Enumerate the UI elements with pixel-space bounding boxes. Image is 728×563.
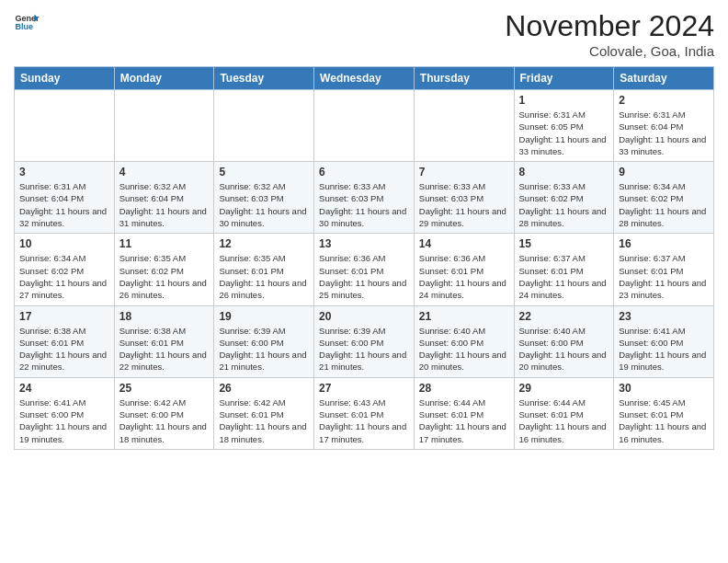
day-info: Sunrise: 6:34 AM Sunset: 6:02 PM Dayligh… xyxy=(19,252,109,301)
calendar-week-row: 24Sunrise: 6:41 AM Sunset: 6:00 PM Dayli… xyxy=(15,377,714,449)
day-info: Sunrise: 6:37 AM Sunset: 6:01 PM Dayligh… xyxy=(519,252,609,301)
day-info: Sunrise: 6:38 AM Sunset: 6:01 PM Dayligh… xyxy=(19,325,109,373)
day-number: 5 xyxy=(219,166,309,178)
calendar-day-cell: 22Sunrise: 6:40 AM Sunset: 6:00 PM Dayli… xyxy=(514,305,614,377)
calendar-day-cell: 23Sunrise: 6:41 AM Sunset: 6:00 PM Dayli… xyxy=(614,305,714,377)
calendar-day-cell: 5Sunrise: 6:32 AM Sunset: 6:03 PM Daylig… xyxy=(214,162,314,234)
logo: General Blue xyxy=(14,9,40,35)
calendar-day-cell xyxy=(15,90,115,162)
day-number: 30 xyxy=(619,382,709,395)
svg-text:Blue: Blue xyxy=(15,22,33,31)
day-info: Sunrise: 6:44 AM Sunset: 6:01 PM Dayligh… xyxy=(419,396,509,445)
calendar-day-cell: 19Sunrise: 6:39 AM Sunset: 6:00 PM Dayli… xyxy=(214,305,314,377)
calendar-day-cell: 3Sunrise: 6:31 AM Sunset: 6:04 PM Daylig… xyxy=(15,162,115,234)
day-number: 16 xyxy=(619,237,709,250)
calendar-header-row: SundayMondayTuesdayWednesdayThursdayFrid… xyxy=(15,67,714,90)
calendar-day-cell: 6Sunrise: 6:33 AM Sunset: 6:03 PM Daylig… xyxy=(314,162,415,234)
weekday-header: Thursday xyxy=(414,67,514,90)
day-number: 29 xyxy=(519,382,609,395)
calendar-day-cell: 27Sunrise: 6:43 AM Sunset: 6:01 PM Dayli… xyxy=(314,377,415,449)
day-info: Sunrise: 6:33 AM Sunset: 6:03 PM Dayligh… xyxy=(319,180,409,229)
day-info: Sunrise: 6:40 AM Sunset: 6:00 PM Dayligh… xyxy=(419,325,509,373)
calendar-day-cell: 21Sunrise: 6:40 AM Sunset: 6:00 PM Dayli… xyxy=(414,305,514,377)
calendar-day-cell: 8Sunrise: 6:33 AM Sunset: 6:02 PM Daylig… xyxy=(514,162,614,234)
day-info: Sunrise: 6:39 AM Sunset: 6:00 PM Dayligh… xyxy=(319,325,409,373)
day-info: Sunrise: 6:32 AM Sunset: 6:04 PM Dayligh… xyxy=(119,180,210,229)
calendar-day-cell xyxy=(314,90,415,162)
day-info: Sunrise: 6:40 AM Sunset: 6:00 PM Dayligh… xyxy=(519,325,609,373)
day-number: 13 xyxy=(319,237,409,250)
calendar-day-cell: 12Sunrise: 6:35 AM Sunset: 6:01 PM Dayli… xyxy=(214,234,314,305)
day-number: 27 xyxy=(319,382,409,395)
calendar-week-row: 17Sunrise: 6:38 AM Sunset: 6:01 PM Dayli… xyxy=(15,305,714,377)
day-info: Sunrise: 6:43 AM Sunset: 6:01 PM Dayligh… xyxy=(319,396,409,445)
day-info: Sunrise: 6:37 AM Sunset: 6:01 PM Dayligh… xyxy=(619,252,709,301)
day-number: 20 xyxy=(319,310,409,323)
day-number: 25 xyxy=(119,382,210,395)
day-info: Sunrise: 6:42 AM Sunset: 6:00 PM Dayligh… xyxy=(119,396,210,445)
day-info: Sunrise: 6:36 AM Sunset: 6:01 PM Dayligh… xyxy=(319,252,409,301)
day-number: 9 xyxy=(619,166,709,178)
day-info: Sunrise: 6:45 AM Sunset: 6:01 PM Dayligh… xyxy=(619,396,709,445)
weekday-header: Wednesday xyxy=(314,67,415,90)
month-title: November 2024 xyxy=(505,9,714,43)
calendar-day-cell: 30Sunrise: 6:45 AM Sunset: 6:01 PM Dayli… xyxy=(614,377,714,449)
calendar-day-cell: 1Sunrise: 6:31 AM Sunset: 6:05 PM Daylig… xyxy=(514,90,614,162)
day-info: Sunrise: 6:39 AM Sunset: 6:00 PM Dayligh… xyxy=(219,325,309,373)
calendar-day-cell: 28Sunrise: 6:44 AM Sunset: 6:01 PM Dayli… xyxy=(414,377,514,449)
day-info: Sunrise: 6:31 AM Sunset: 6:04 PM Dayligh… xyxy=(19,180,109,229)
day-number: 17 xyxy=(19,310,109,323)
day-info: Sunrise: 6:31 AM Sunset: 6:05 PM Dayligh… xyxy=(519,109,609,157)
location: Colovale, Goa, India xyxy=(505,43,714,59)
day-info: Sunrise: 6:36 AM Sunset: 6:01 PM Dayligh… xyxy=(419,252,509,301)
calendar-day-cell: 18Sunrise: 6:38 AM Sunset: 6:01 PM Dayli… xyxy=(114,305,214,377)
calendar-table: SundayMondayTuesdayWednesdayThursdayFrid… xyxy=(14,66,714,450)
weekday-header: Saturday xyxy=(614,67,714,90)
day-info: Sunrise: 6:38 AM Sunset: 6:01 PM Dayligh… xyxy=(119,325,210,373)
day-number: 28 xyxy=(419,382,509,395)
day-info: Sunrise: 6:33 AM Sunset: 6:02 PM Dayligh… xyxy=(519,180,609,229)
day-number: 15 xyxy=(519,237,609,250)
day-number: 11 xyxy=(119,237,210,250)
day-number: 21 xyxy=(419,310,509,323)
day-number: 12 xyxy=(219,237,309,250)
weekday-header: Tuesday xyxy=(214,67,314,90)
calendar-day-cell: 7Sunrise: 6:33 AM Sunset: 6:03 PM Daylig… xyxy=(414,162,514,234)
day-number: 10 xyxy=(19,237,109,250)
day-number: 7 xyxy=(419,166,509,178)
day-info: Sunrise: 6:35 AM Sunset: 6:01 PM Dayligh… xyxy=(219,252,309,301)
calendar-day-cell: 26Sunrise: 6:42 AM Sunset: 6:01 PM Dayli… xyxy=(214,377,314,449)
calendar-week-row: 3Sunrise: 6:31 AM Sunset: 6:04 PM Daylig… xyxy=(15,162,714,234)
calendar-day-cell xyxy=(114,90,214,162)
day-number: 18 xyxy=(119,310,210,323)
day-info: Sunrise: 6:31 AM Sunset: 6:04 PM Dayligh… xyxy=(619,109,709,157)
day-number: 3 xyxy=(19,166,109,178)
day-number: 23 xyxy=(619,310,709,323)
calendar-day-cell: 29Sunrise: 6:44 AM Sunset: 6:01 PM Dayli… xyxy=(514,377,614,449)
day-number: 22 xyxy=(519,310,609,323)
day-number: 14 xyxy=(419,237,509,250)
calendar-week-row: 1Sunrise: 6:31 AM Sunset: 6:05 PM Daylig… xyxy=(15,90,714,162)
day-number: 8 xyxy=(519,166,609,178)
day-number: 19 xyxy=(219,310,309,323)
logo-icon: General Blue xyxy=(14,9,40,35)
calendar-day-cell: 13Sunrise: 6:36 AM Sunset: 6:01 PM Dayli… xyxy=(314,234,415,305)
day-number: 6 xyxy=(319,166,409,178)
calendar-day-cell: 2Sunrise: 6:31 AM Sunset: 6:04 PM Daylig… xyxy=(614,90,714,162)
day-info: Sunrise: 6:41 AM Sunset: 6:00 PM Dayligh… xyxy=(19,396,109,445)
day-number: 2 xyxy=(619,94,709,107)
day-info: Sunrise: 6:41 AM Sunset: 6:00 PM Dayligh… xyxy=(619,325,709,373)
calendar-day-cell: 20Sunrise: 6:39 AM Sunset: 6:00 PM Dayli… xyxy=(314,305,415,377)
calendar-day-cell: 16Sunrise: 6:37 AM Sunset: 6:01 PM Dayli… xyxy=(614,234,714,305)
day-number: 24 xyxy=(19,382,109,395)
calendar-day-cell: 14Sunrise: 6:36 AM Sunset: 6:01 PM Dayli… xyxy=(414,234,514,305)
calendar-day-cell: 11Sunrise: 6:35 AM Sunset: 6:02 PM Dayli… xyxy=(114,234,214,305)
calendar-day-cell xyxy=(414,90,514,162)
calendar-day-cell: 17Sunrise: 6:38 AM Sunset: 6:01 PM Dayli… xyxy=(15,305,115,377)
calendar-day-cell xyxy=(214,90,314,162)
page-header: General Blue November 2024 Colovale, Goa… xyxy=(14,9,714,59)
calendar-day-cell: 4Sunrise: 6:32 AM Sunset: 6:04 PM Daylig… xyxy=(114,162,214,234)
day-info: Sunrise: 6:33 AM Sunset: 6:03 PM Dayligh… xyxy=(419,180,509,229)
day-info: Sunrise: 6:32 AM Sunset: 6:03 PM Dayligh… xyxy=(219,180,309,229)
calendar-day-cell: 9Sunrise: 6:34 AM Sunset: 6:02 PM Daylig… xyxy=(614,162,714,234)
